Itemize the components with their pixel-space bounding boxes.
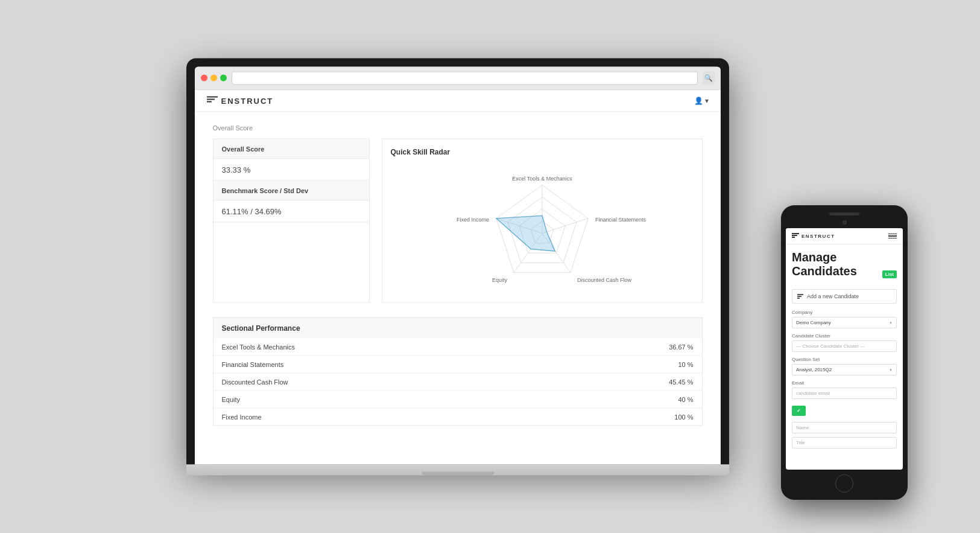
question-set-value: Analyst, 2015Q2 xyxy=(796,367,832,372)
svg-text:Equity: Equity xyxy=(492,276,507,282)
email-placeholder: candidate email xyxy=(796,391,830,396)
company-select[interactable]: Demo Company ▼ xyxy=(792,317,897,328)
radar-title: Quick Skill Radar xyxy=(391,147,694,156)
phone-home-button[interactable] xyxy=(835,474,853,493)
company-field-group: Company Demo Company ▼ xyxy=(792,310,897,328)
overall-score-section-label: Overall Score xyxy=(213,124,703,131)
browser-content: ENSTRUCT 👤 ▾ Overall Score xyxy=(195,90,721,464)
score-card: Overall Score 33.33 % Benchmark Score / … xyxy=(213,138,370,302)
perf-label: Equity xyxy=(222,395,241,403)
add-candidate-label: Add a new Candidate xyxy=(807,293,859,299)
title-field[interactable]: Title xyxy=(792,437,897,448)
url-bar[interactable] xyxy=(232,71,698,85)
close-button[interactable] xyxy=(201,75,207,81)
svg-text:Fixed Income: Fixed Income xyxy=(456,216,488,222)
phone-logo-icon xyxy=(792,233,799,239)
table-row: Discounted Cash Flow 45.45 % xyxy=(213,373,702,391)
benchmark-label: Benchmark Score / Std Dev xyxy=(213,180,369,200)
perf-label: Excel Tools & Mechanics xyxy=(222,343,295,350)
phone-speaker xyxy=(829,212,859,215)
minimize-button[interactable] xyxy=(210,75,217,81)
question-set-label: Question Set xyxy=(792,357,897,362)
phone-logo-text: ENSTRUCT xyxy=(801,234,835,239)
logo-bar-3 xyxy=(207,101,212,103)
perf-value: 40 % xyxy=(678,395,693,403)
user-icon: 👤 xyxy=(694,97,703,105)
perf-value: 45.45 % xyxy=(669,378,693,385)
logo-bar-1 xyxy=(207,97,218,98)
hamburger-menu-icon[interactable] xyxy=(888,234,897,239)
phone-logo-bar-1 xyxy=(792,233,799,234)
radar-chart: Excel Tools & Mechanics Financial Statem… xyxy=(416,164,669,290)
submit-button[interactable]: ✓ xyxy=(792,406,806,416)
phone-logo-bar-2 xyxy=(792,235,797,236)
question-set-select[interactable]: Analyst, 2015Q2 ▼ xyxy=(792,364,897,375)
radar-card: Quick Skill Radar xyxy=(382,138,703,302)
laptop-device: 🔍 ENSTRUCT xyxy=(186,58,729,475)
phone-screen: ENSTRUCT Manage Candidates List xyxy=(786,228,903,470)
scene: 🔍 ENSTRUCT xyxy=(0,0,980,533)
phone-app-header: ENSTRUCT xyxy=(786,228,903,244)
svg-text:Excel Tools & Mechanics: Excel Tools & Mechanics xyxy=(512,175,572,181)
logo-icon xyxy=(207,97,218,105)
svg-text:Discounted Cash Flow: Discounted Cash Flow xyxy=(577,276,632,282)
perf-value: 10 % xyxy=(678,360,693,368)
perf-label: Fixed Income xyxy=(222,413,262,420)
overall-score-value: 33.33 % xyxy=(213,159,369,180)
company-label: Company xyxy=(792,310,897,315)
logo-text: ENSTRUCT xyxy=(221,96,274,105)
sectional-performance-title: Sectional Performance xyxy=(213,317,703,338)
logo-bar-2 xyxy=(207,99,215,100)
email-field-group: Email candidate email xyxy=(792,380,897,399)
svg-line-5 xyxy=(542,218,588,233)
benchmark-value: 61.11% / 34.69% xyxy=(213,200,369,222)
candidate-cluster-label: Candidate Cluster xyxy=(792,333,897,339)
radar-container: Excel Tools & Mechanics Financial Statem… xyxy=(391,161,694,293)
table-row: Financial Statements 10 % xyxy=(213,356,702,373)
traffic-lights xyxy=(201,75,227,81)
svg-text:Financial Statements: Financial Statements xyxy=(595,216,646,222)
table-row: Excel Tools & Mechanics 36.67 % xyxy=(213,338,702,356)
phone-bezel: ENSTRUCT Manage Candidates List xyxy=(781,205,908,500)
list-badge: List xyxy=(882,270,897,278)
question-set-field-group: Question Set Analyst, 2015Q2 ▼ xyxy=(792,357,897,375)
name-field[interactable]: Name xyxy=(792,422,897,433)
main-content: Overall Score Overall Score 33.33 % Benc… xyxy=(195,112,721,459)
user-menu[interactable]: 👤 ▾ xyxy=(694,97,709,105)
overall-score-label: Overall Score xyxy=(213,139,369,159)
phone-logo-bar-3 xyxy=(792,237,795,238)
perf-label: Financial Statements xyxy=(222,360,284,368)
email-input[interactable]: candidate email xyxy=(792,388,897,399)
performance-table: Excel Tools & Mechanics 36.67 % Financia… xyxy=(213,338,703,426)
phone-camera xyxy=(842,220,847,225)
chevron-down-icon: ▼ xyxy=(889,321,893,325)
browser-chrome: 🔍 xyxy=(195,66,721,90)
table-row: Fixed Income 100 % xyxy=(213,408,702,425)
phone-device: ENSTRUCT Manage Candidates List xyxy=(781,205,908,500)
logo: ENSTRUCT xyxy=(207,96,274,105)
add-candidate-icon xyxy=(797,294,803,299)
phone-content: Manage Candidates List Add a new Candida… xyxy=(786,244,903,464)
chevron-down-icon: ▼ xyxy=(889,368,893,372)
laptop-base xyxy=(186,464,729,475)
browser-window: 🔍 ENSTRUCT xyxy=(195,66,721,464)
email-label: Email xyxy=(792,380,897,386)
maximize-button[interactable] xyxy=(220,75,227,81)
candidate-cluster-select[interactable]: — Choose Candidate Cluster — xyxy=(792,340,897,352)
candidate-cluster-field-group: Candidate Cluster — Choose Candidate Clu… xyxy=(792,333,897,352)
perf-value: 100 % xyxy=(674,413,693,420)
hamburger-bar-1 xyxy=(888,234,897,235)
add-candidate-row[interactable]: Add a new Candidate xyxy=(792,289,897,304)
hamburger-bar-3 xyxy=(888,238,897,239)
perf-label: Discounted Cash Flow xyxy=(222,378,288,385)
top-section: Overall Score 33.33 % Benchmark Score / … xyxy=(213,138,703,302)
hamburger-bar-2 xyxy=(888,235,897,237)
user-menu-chevron: ▾ xyxy=(705,97,709,105)
perf-value: 36.67 % xyxy=(669,343,693,350)
company-value: Demo Company xyxy=(796,320,831,325)
app-header: ENSTRUCT 👤 ▾ xyxy=(195,90,721,112)
candidate-cluster-placeholder: — Choose Candidate Cluster — xyxy=(796,343,865,349)
table-row: Equity 40 % xyxy=(213,391,702,408)
laptop-bezel: 🔍 ENSTRUCT xyxy=(186,58,729,464)
phone-logo: ENSTRUCT xyxy=(792,233,835,239)
